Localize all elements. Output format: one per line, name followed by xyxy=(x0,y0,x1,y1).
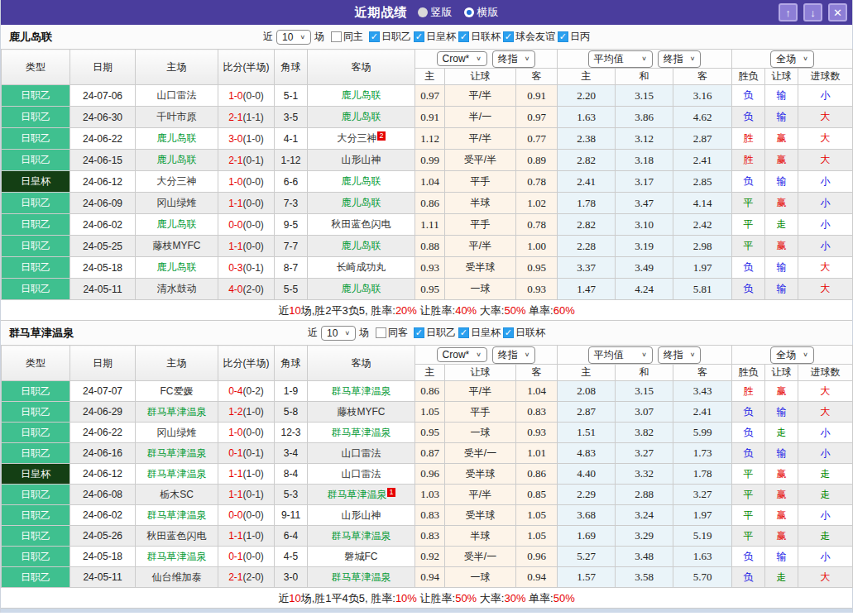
summary-segment: 让胜率: xyxy=(417,304,455,317)
away-team-cell[interactable]: 磐城FC xyxy=(308,547,415,567)
home-team-cell[interactable]: 栃木SC xyxy=(136,485,218,505)
score-cell[interactable]: 1-2(1-0) xyxy=(218,402,275,423)
same-venue-checkbox[interactable]: 同客 xyxy=(376,326,408,340)
score-cell[interactable]: 0-1(0-1) xyxy=(218,443,275,464)
away-team-cell[interactable]: 大分三神2 xyxy=(308,128,415,150)
home-team-cell[interactable]: FC爱媛 xyxy=(136,381,218,402)
score-cell[interactable]: 0-3(0-1) xyxy=(218,257,275,279)
league-filter-checkbox[interactable]: ✓球会友谊 xyxy=(503,30,555,44)
match-count-select[interactable]: 10∨ xyxy=(321,326,356,341)
avg-home-odds: 4.83 xyxy=(558,443,616,464)
home-team-cell[interactable]: 大分三神 xyxy=(136,171,218,193)
home-team-cell[interactable]: 鹿儿岛联 xyxy=(136,150,218,171)
score-cell[interactable]: 1-1(0-0) xyxy=(218,193,275,214)
close-button[interactable]: ✕ xyxy=(828,3,847,21)
league-filter-checkbox[interactable]: ✓日联杯 xyxy=(458,30,501,44)
move-down-button[interactable]: ↓ xyxy=(803,3,822,21)
same-venue-label: 同主 xyxy=(343,30,363,44)
halftime-score: (0-1) xyxy=(243,262,264,274)
league-filter-checkbox[interactable]: ✓日职乙 xyxy=(369,30,411,44)
home-team-cell[interactable]: 冈山绿雉 xyxy=(136,193,218,214)
score-cell[interactable]: 4-0(2-0) xyxy=(218,279,275,300)
away-team-cell[interactable]: 藤枝MYFC xyxy=(308,402,415,423)
home-team-cell[interactable]: 群马草津温泉 xyxy=(136,505,218,526)
away-team-cell[interactable]: 鹿儿岛联 xyxy=(308,193,415,214)
score-cell[interactable]: 1-0(0-0) xyxy=(218,85,275,107)
away-team-name: 鹿儿岛联 xyxy=(342,197,381,208)
score-cell[interactable]: 1-0(0-0) xyxy=(218,423,275,443)
score-cell[interactable]: 1-0(0-0) xyxy=(218,171,275,193)
scope-select[interactable]: 全场∨ xyxy=(770,346,814,364)
match-count-select[interactable]: 10∨ xyxy=(276,30,311,45)
score-cell[interactable]: 0-4(0-2) xyxy=(218,381,275,402)
home-team-cell[interactable]: 群马草津温泉 xyxy=(136,547,218,567)
avg-draw-odds: 3.47 xyxy=(616,193,673,214)
away-team-cell[interactable]: 秋田蓝色闪电 xyxy=(308,214,415,236)
handicap-time-select[interactable]: 终指∨ xyxy=(492,50,536,68)
col-avg-draw: 和 xyxy=(616,69,673,85)
away-team-cell[interactable]: 群马草津温泉 xyxy=(308,526,415,547)
score-cell[interactable]: 2-1(0-1) xyxy=(218,150,275,171)
home-team-cell[interactable]: 鹿儿岛联 xyxy=(136,214,218,236)
home-team-cell[interactable]: 清水鼓动 xyxy=(136,279,218,300)
scope-select[interactable]: 全场∨ xyxy=(770,50,814,68)
home-team-cell[interactable]: 群马草津温泉 xyxy=(136,443,218,464)
league-filter-checkbox[interactable]: ✓日皇杯 xyxy=(458,326,501,340)
handicap-time-select[interactable]: 终指∨ xyxy=(492,346,536,364)
score-cell[interactable]: 0-0(0-0) xyxy=(218,505,275,526)
away-team-cell[interactable]: 鹿儿岛联 xyxy=(308,85,415,107)
same-venue-checkbox[interactable]: 同主 xyxy=(331,30,363,44)
home-team-cell[interactable]: 秋田蓝色闪电 xyxy=(136,526,218,547)
home-team-cell[interactable]: 山口雷法 xyxy=(136,85,218,107)
home-team-cell[interactable]: 仙台维加泰 xyxy=(136,567,218,588)
score-cell[interactable]: 1-1(1-0) xyxy=(218,526,275,547)
average-time-select[interactable]: 终指∨ xyxy=(658,50,702,68)
away-team-cell[interactable]: 长崎成功丸 xyxy=(308,257,415,279)
away-team-cell[interactable]: 群马草津温泉1 xyxy=(308,485,415,505)
score-cell[interactable]: 2-1(1-1) xyxy=(218,107,275,128)
away-team-cell[interactable]: 鹿儿岛联 xyxy=(308,279,415,300)
away-team-cell[interactable]: 山口雷法 xyxy=(308,443,415,464)
league-filter-checkbox[interactable]: ✓日皇杯 xyxy=(414,30,456,44)
score-cell[interactable]: 1-1(0-0) xyxy=(218,236,275,257)
away-rank-badge: 1 xyxy=(387,488,395,497)
bookmaker-select[interactable]: Crow*∨ xyxy=(437,347,487,362)
score-cell[interactable]: 3-0(1-0) xyxy=(218,128,275,150)
home-team-cell[interactable]: 群马草津温泉 xyxy=(136,402,218,423)
away-team-cell[interactable]: 山口雷法 xyxy=(308,464,415,485)
home-team-cell[interactable]: 藤枝MYFC xyxy=(136,236,218,257)
radio-horizontal-layout[interactable]: 横版 xyxy=(464,5,499,20)
match-date: 24-06-09 xyxy=(70,193,136,214)
home-team-cell[interactable]: 群马草津温泉 xyxy=(136,464,218,485)
bookmaker-select[interactable]: Crow*∨ xyxy=(437,51,487,66)
score-cell[interactable]: 0-1(0-0) xyxy=(218,547,275,567)
move-up-button[interactable]: ↑ xyxy=(779,3,798,21)
average-select[interactable]: 平均值∨ xyxy=(588,50,653,68)
average-time-select[interactable]: 终指∨ xyxy=(658,346,702,364)
league-filter-checkbox[interactable]: ✓日职乙 xyxy=(414,326,456,340)
away-team-cell[interactable]: 群马草津温泉 xyxy=(308,567,415,588)
radio-vertical-layout[interactable]: 竖版 xyxy=(418,5,453,20)
league-filter-checkbox[interactable]: ✓日丙 xyxy=(558,30,590,44)
away-team-cell[interactable]: 群马草津温泉 xyxy=(308,423,415,443)
avg-away-odds: 1.63 xyxy=(673,547,732,567)
average-select[interactable]: 平均值∨ xyxy=(588,346,653,364)
score-cell[interactable]: 0-0(0-0) xyxy=(218,214,275,236)
halftime-score: (0-0) xyxy=(243,509,264,521)
away-team-cell[interactable]: 山形山神 xyxy=(308,505,415,526)
away-team-cell[interactable]: 山形山神 xyxy=(308,150,415,171)
home-team-cell[interactable]: 冈山绿雉 xyxy=(136,423,218,443)
score-cell[interactable]: 1-1(1-0) xyxy=(218,464,275,485)
home-team-cell[interactable]: 千叶市原 xyxy=(136,107,218,128)
away-team-name: 群马草津温泉 xyxy=(327,489,386,500)
away-team-cell[interactable]: 群马草津温泉 xyxy=(308,381,415,402)
home-team-cell[interactable]: 鹿儿岛联 xyxy=(136,257,218,279)
away-team-cell[interactable]: 鹿儿岛联 xyxy=(308,171,415,193)
home-team-cell[interactable]: 鹿儿岛联 xyxy=(136,128,218,150)
team-name: 鹿儿岛联 xyxy=(9,30,52,45)
away-team-cell[interactable]: 鹿儿岛联 xyxy=(308,236,415,257)
score-cell[interactable]: 2-1(2-0) xyxy=(218,567,275,588)
league-filter-checkbox[interactable]: ✓日联杯 xyxy=(503,326,545,340)
score-cell[interactable]: 1-1(0-1) xyxy=(218,485,275,505)
away-team-cell[interactable]: 鹿儿岛联 xyxy=(308,107,415,128)
